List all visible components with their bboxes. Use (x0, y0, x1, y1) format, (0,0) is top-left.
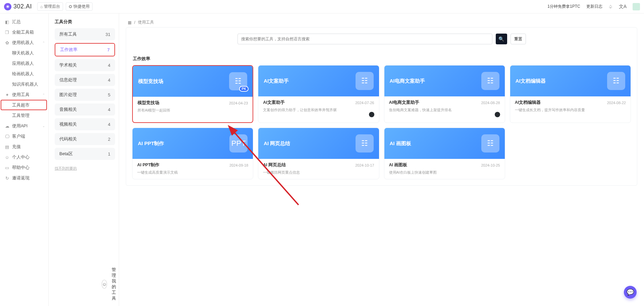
card-name: AI 网页总结 (263, 162, 286, 168)
search-row: 🔍 重置 (132, 28, 631, 47)
sidebar-icon: ✿ (5, 40, 9, 45)
card-body: AI电商文案助手2024-08-28 告别电商文案难题，快速上架提升排名 (384, 96, 505, 123)
tool-card-0[interactable]: 模型竞技场☷PK模型竞技场2024-04-23所有AI模型一起回答 (132, 65, 253, 123)
category-panel: 工具分类 所有工具31工作效率7学术相关4信息处理4图片处理5音频相关4视频相关… (49, 13, 119, 306)
card-name: AI电商文案助手 (389, 100, 420, 105)
category-item-7[interactable]: 代码相关2 (55, 133, 115, 145)
sidebar-label: 知识库机器人 (12, 82, 38, 87)
sidebar-item-1[interactable]: ❐全能工具箱 (0, 27, 48, 38)
category-count: 5 (108, 92, 110, 97)
bell-icon[interactable]: ♤ (608, 4, 613, 9)
sidebar-item-0[interactable]: ◧汇总 (0, 17, 48, 27)
brand[interactable]: ✳ 302.AI (4, 3, 32, 10)
card-header: AI文档编辑器☷ (510, 65, 631, 96)
card-body: 模型竞技场2024-04-23所有AI模型一起回答 (133, 97, 253, 117)
manage-my-tools-link[interactable]: 管理我的工具 (112, 267, 119, 301)
sidebar-label: 应用机器人 (12, 61, 34, 67)
sidebar-icon: ☁ (5, 124, 9, 129)
category-label: 图片处理 (59, 92, 77, 98)
sidebar-item-14[interactable]: ▭帮助中心 (0, 163, 48, 173)
sidebar-label: 邀请返现 (12, 175, 30, 181)
category-item-6[interactable]: 视频相关4 (55, 118, 115, 130)
category-item-1[interactable]: 工作效率7 (55, 43, 115, 56)
sidebar: ◧汇总❐全能工具箱✿使用机器人聊天机器人应用机器人绘画机器人知识库机器人✦使用工… (0, 13, 49, 306)
topbar: ✳ 302.AI ⌂ 管理后台 ✪ 快捷使用 1分钟免费拿1PTC 更新日志 ♤… (0, 0, 644, 13)
tool-card-6[interactable]: AI 画图板☷AI 画图板2024-10-25使用AI在白板上快速创建草图 (384, 128, 505, 179)
sidebar-item-6[interactable]: 知识库机器人 (0, 79, 48, 90)
pk-badge: PK (239, 86, 249, 92)
card-body: AI 画图板2024-10-25使用AI在白板上快速创建草图 (384, 159, 505, 179)
quick-use-button[interactable]: ✪ 快捷使用 (66, 2, 93, 11)
breadcrumb-current: 使用工具 (138, 19, 154, 25)
card-header-icon: ☷ (607, 72, 625, 90)
tool-card-1[interactable]: AI文案助手☷AI文案助手2024-07-26 文案创作的得力助手，让创意和效率… (258, 65, 379, 123)
breadcrumb: ▦ / 使用工具 (126, 13, 637, 27)
category-count: 31 (106, 32, 110, 37)
category-item-5[interactable]: 音频相关4 (55, 103, 115, 116)
sidebar-label: 使用API (12, 123, 28, 129)
tool-card-5[interactable]: AI 网页总结☷AI 网页总结2024-10-17一键概括网页重点信息 (258, 128, 379, 179)
main-content: ▦ / 使用工具 🔍 重置 工作效率 模型竞技场☷PK模型竞技场2024-04-… (119, 13, 644, 306)
sidebar-icon: ▭ (5, 165, 9, 170)
tool-card-2[interactable]: AI电商文案助手☷AI电商文案助手2024-08-28 告别电商文案难题，快速上… (384, 65, 505, 123)
category-item-4[interactable]: 图片处理5 (55, 89, 115, 101)
sidebar-item-3[interactable]: 聊天机器人 (0, 48, 48, 58)
github-icon[interactable] (369, 112, 374, 117)
category-label: 工作效率 (60, 47, 77, 53)
user-avatar-icon[interactable]: ☺ (102, 280, 107, 289)
sidebar-item-10[interactable]: ☁使用API (0, 121, 48, 131)
sidebar-item-11[interactable]: 🖵客户端 (0, 131, 48, 142)
card-desc: 所有AI模型一起回答 (138, 108, 248, 113)
search-button[interactable]: 🔍 (496, 34, 507, 44)
card-header-icon: ☷ (356, 134, 374, 152)
promo-link[interactable]: 1分钟免费拿1PTC (547, 4, 580, 9)
category-item-8[interactable]: Beta区1 (55, 148, 115, 160)
sidebar-item-9[interactable]: 工具管理 (0, 111, 48, 121)
tool-card-3[interactable]: AI文档编辑器☷AI文档编辑器2024-08-22一键生成长文档，提升写作效率和… (510, 65, 631, 123)
chat-fab[interactable]: 💬 (624, 286, 637, 299)
category-label: Beta区 (59, 151, 73, 157)
sidebar-icon: ✦ (5, 92, 9, 97)
github-icon[interactable] (495, 112, 500, 117)
avatar[interactable] (633, 3, 640, 10)
sidebar-label: 充值 (12, 144, 21, 150)
sidebar-label: 使用工具 (12, 92, 30, 98)
sidebar-item-15[interactable]: ↻邀请返现 (0, 173, 48, 183)
card-body: AI文案助手2024-07-26 文案创作的得力助手，让创意和效率并驾齐驱 (258, 96, 379, 123)
card-header: AI 画图板☷ (384, 128, 505, 159)
card-header: AI文案助手☷ (258, 65, 379, 96)
admin-backend-button[interactable]: ⌂ 管理后台 (37, 2, 63, 11)
sidebar-item-8[interactable]: 工具超市 (0, 100, 48, 111)
sidebar-label: 客户端 (12, 134, 25, 139)
sidebar-item-7[interactable]: ✦使用工具 (0, 90, 48, 100)
card-desc: 一键生成高质量演示文稿 (137, 170, 248, 175)
category-item-0[interactable]: 所有工具31 (55, 28, 115, 40)
sidebar-label: 工具管理 (12, 113, 30, 119)
card-header-title: AI PPT制作 (138, 140, 164, 147)
category-item-3[interactable]: 信息处理4 (55, 74, 115, 86)
sidebar-item-2[interactable]: ✿使用机器人 (0, 38, 48, 48)
card-date: 2024-09-18 (229, 163, 248, 167)
sidebar-item-12[interactable]: ▤充值 (0, 142, 48, 152)
category-item-2[interactable]: 学术相关4 (55, 59, 115, 71)
card-header: AI 网页总结☷ (258, 128, 379, 159)
tool-card-4[interactable]: AI PPT制作PPTAI PPT制作2024-09-18一键生成高质量演示文稿 (132, 128, 253, 179)
search-input[interactable] (237, 34, 492, 44)
sidebar-label: 个人中心 (12, 155, 30, 160)
not-found-link[interactable]: 找不到想要的 (55, 166, 115, 171)
sidebar-item-5[interactable]: 绘画机器人 (0, 69, 48, 79)
card-desc: 一键概括网页重点信息 (263, 170, 374, 175)
sidebar-label: 汇总 (12, 19, 21, 25)
sidebar-label: 工具超市 (12, 102, 30, 108)
language-icon[interactable]: 文A (619, 4, 627, 10)
sidebar-item-13[interactable]: ☺个人中心 (0, 152, 48, 163)
changelog-link[interactable]: 更新日志 (586, 4, 602, 9)
category-label: 学术相关 (59, 62, 77, 68)
card-desc: 一键生成长文档，提升写作效率和内容质量 (515, 107, 626, 113)
sidebar-item-4[interactable]: 应用机器人 (0, 58, 48, 69)
breadcrumb-grid-icon[interactable]: ▦ (128, 20, 131, 25)
home-icon: ⌂ (40, 4, 43, 9)
category-count: 4 (108, 63, 110, 68)
reset-button[interactable]: 重置 (511, 34, 526, 44)
tool-grid: 模型竞技场☷PK模型竞技场2024-04-23所有AI模型一起回答AI文案助手☷… (132, 65, 631, 179)
